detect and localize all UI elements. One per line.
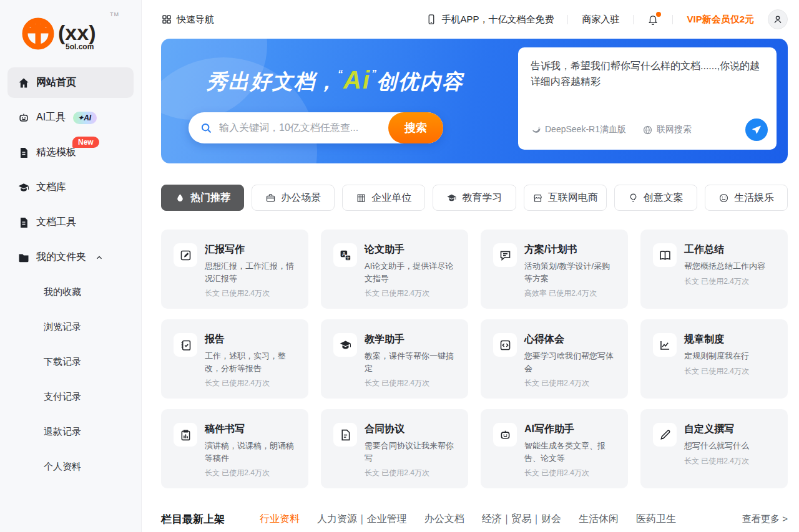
card-title: 汇报写作 (205, 243, 298, 256)
divider (633, 15, 634, 24)
category-link-人力资源｜企业管理[interactable]: 人力资源｜企业管理 (317, 513, 407, 526)
tab-教育学习[interactable]: 教育学习 (433, 185, 516, 211)
card-title: 方案/计划书 (524, 243, 618, 256)
sidebar-item-AI工具[interactable]: AI工具✦AI (7, 102, 134, 133)
sidebar-item-精选模板[interactable]: 精选模板New (7, 137, 134, 168)
card-description: 思想汇报，工作汇报，情况汇报等 (205, 260, 298, 284)
sidebar-item-网站首页[interactable]: 网站首页 (7, 67, 134, 98)
web-search-toggle[interactable]: 联网搜索 (642, 124, 692, 135)
view-more-link[interactable]: 查看更多 > (742, 513, 788, 525)
card-body: 合同协议需要合同协议让我来帮你写长文 已使用2.4万次 (365, 423, 458, 478)
model-selector[interactable]: DeepSeek-R1满血版 (531, 124, 626, 135)
phone-icon (426, 14, 437, 25)
card-title: AI写作助手 (524, 423, 618, 436)
sidebar-subitem-退款记录[interactable]: 退款记录 (7, 417, 134, 447)
user-icon (772, 14, 783, 25)
banner-title-pre: 秀出好文档， (207, 70, 338, 93)
divider (672, 15, 673, 24)
ai-prompt-input[interactable]: 告诉我，希望我们帮你写什么样的文档......,你说的越详细内容越精彩 (531, 59, 764, 90)
tab-label: 热门推荐 (190, 191, 230, 205)
category-link-生活休闲[interactable]: 生活休闲 (579, 513, 619, 526)
tool-card-心得体会[interactable]: 心得体会您要学习啥我们帮您写体会长文 已使用2.4万次 (481, 319, 628, 399)
sidebar-subitem-下载记录[interactable]: 下载记录 (7, 347, 134, 377)
tab-创意文案[interactable]: 创意文案 (614, 185, 697, 211)
ai-badge: ✦AI (73, 112, 97, 124)
card-usage-meta: 长文 已使用2.4万次 (684, 366, 749, 377)
category-link-办公文档[interactable]: 办公文档 (424, 513, 464, 526)
card-usage-meta: 高效率 已使用2.4万次 (524, 288, 618, 299)
tool-card-自定义撰写[interactable]: 自定义撰写想写什么就写什么长文 已使用2.4万次 (640, 409, 788, 488)
tool-card-论文助手[interactable]: A文论文助手AI论文助手，提供详尽论文指导长文 已使用2.4万次 (321, 230, 468, 309)
card-title: 工作总结 (684, 243, 765, 256)
app-promo-link[interactable]: 手机APP，十亿文档全免费 (426, 14, 554, 26)
folder-icon (17, 251, 30, 264)
send-button[interactable] (745, 118, 768, 141)
building-icon (356, 193, 366, 203)
note-check-icon (174, 333, 197, 357)
card-body: 报告工作，述职，实习，整改，分析等报告长文 已使用2.4万次 (205, 333, 298, 389)
tab-热门推荐[interactable]: 热门推荐 (161, 185, 244, 211)
app-window: (xx) 5ol.com TM 网站首页AI工具✦AI精选模板New文档库文档工… (0, 0, 799, 532)
vip-link[interactable]: VIP新会员仅2元 (687, 14, 754, 26)
card-body: 方案/计划书活动策划/教学设计/采购等方案高效率 已使用2.4万次 (524, 243, 618, 299)
sidebar-subitem-个人资料[interactable]: 个人资料 (7, 452, 134, 482)
tool-card-规章制度[interactable]: 规章制度定规则制度我在行长文 已使用2.4万次 (640, 319, 788, 399)
card-body: 规章制度定规则制度我在行长文 已使用2.4万次 (684, 333, 749, 389)
tab-企业单位[interactable]: 企业单位 (342, 185, 425, 211)
tool-card-合同协议[interactable]: 合同协议需要合同协议让我来帮你写长文 已使用2.4万次 (321, 409, 468, 488)
smile-icon (718, 193, 729, 203)
card-body: 自定义撰写想写什么就写什么长文 已使用2.4万次 (684, 423, 749, 478)
tab-办公场景[interactable]: 办公场景 (252, 185, 335, 211)
tool-card-报告[interactable]: 报告工作，述职，实习，整改，分析等报告长文 已使用2.4万次 (161, 319, 308, 399)
tab-互联网电商[interactable]: 互联网电商 (524, 185, 607, 211)
user-avatar-button[interactable] (768, 9, 788, 29)
card-description: 工作，述职，实习，整改，分析等报告 (205, 350, 298, 374)
tool-card-AI写作助手[interactable]: AI写作助手智能生成各类文章、报告、论文等长文 已使用2.4万次 (481, 409, 628, 488)
category-link-行业资料[interactable]: 行业资料 (260, 513, 300, 526)
tool-card-稿件书写[interactable]: 稿件书写演讲稿，说课稿，朗诵稿等稿件长文 已使用2.4万次 (161, 409, 308, 488)
search-button[interactable]: 搜索 (388, 112, 443, 143)
card-description: 智能生成各类文章、报告、论文等 (524, 440, 618, 464)
sidebar-item-文档工具[interactable]: 文档工具 (7, 207, 134, 238)
sidebar-subitem-支付记录[interactable]: 支付记录 (7, 382, 134, 412)
hero-banner: 秀出好文档，“Ai”创优内容 搜索 告诉我，希望我们帮你写什么样的文档.....… (161, 39, 788, 163)
category-links: 行业资料人力资源｜企业管理办公文档经济｜贸易｜财会生活休闲医药卫生 (260, 513, 676, 526)
card-usage-meta: 长文 已使用2.4万次 (205, 288, 298, 299)
tool-card-汇报写作[interactable]: 汇报写作思想汇报，工作汇报，情况汇报等长文 已使用2.4万次 (161, 230, 308, 309)
briefcase-icon (265, 193, 276, 203)
category-link-经济｜贸易｜财会[interactable]: 经济｜贸易｜财会 (482, 513, 561, 526)
sidebar-subitem-浏览记录[interactable]: 浏览记录 (7, 312, 134, 342)
card-description: 教案，课件等帮你一键搞定 (365, 350, 458, 374)
card-usage-meta: 长文 已使用2.4万次 (684, 276, 765, 287)
tool-card-教学助手[interactable]: 教学助手教案，课件等帮你一键搞定长文 已使用2.4万次 (321, 319, 468, 399)
topbar: 快速导航 手机APP，十亿文档全免费 商家入驻 VIP新会员仅2元 (161, 0, 788, 39)
edit-square-icon (174, 243, 197, 267)
model-label: DeepSeek-R1满血版 (545, 124, 626, 135)
banner-search-input[interactable] (219, 122, 388, 133)
tool-card-工作总结[interactable]: 工作总结帮您概括总结工作内容长文 已使用2.4万次 (640, 230, 788, 309)
category-link-医药卫生[interactable]: 医药卫生 (636, 513, 676, 526)
file-lines-icon (333, 423, 357, 447)
app-promo-label: 手机APP，十亿文档全免费 (441, 14, 554, 26)
globe-icon (642, 125, 653, 135)
card-body: 心得体会您要学习啥我们帮您写体会长文 已使用2.4万次 (524, 333, 618, 389)
sidebar-item-label: 文档库 (36, 181, 66, 194)
card-usage-meta: 长文 已使用2.4万次 (205, 378, 298, 389)
card-title: 论文助手 (365, 243, 458, 256)
bulb-icon (628, 193, 639, 203)
sidebar-nav: 网站首页AI工具✦AI精选模板New文档库文档工具我的文件夹我的收藏浏览记录下载… (0, 67, 141, 482)
quick-nav-label: 快速导航 (177, 14, 214, 26)
merchant-link[interactable]: 商家入驻 (582, 14, 619, 26)
tab-label: 互联网电商 (548, 191, 598, 205)
sidebar-subitem-我的收藏[interactable]: 我的收藏 (7, 277, 134, 307)
sidebar-item-文档库[interactable]: 文档库 (7, 172, 134, 203)
tab-生活娱乐[interactable]: 生活娱乐 (705, 185, 788, 211)
sidebar-item-我的文件夹[interactable]: 我的文件夹 (7, 242, 134, 273)
notifications-button[interactable] (647, 14, 659, 25)
tab-label: 创意文案 (644, 191, 684, 205)
sidebar: (xx) 5ol.com TM 网站首页AI工具✦AI精选模板New文档库文档工… (0, 0, 142, 532)
tool-card-方案/计划书[interactable]: 方案/计划书活动策划/教学设计/采购等方案高效率 已使用2.4万次 (481, 230, 628, 309)
quick-nav-button[interactable]: 快速导航 (161, 14, 214, 26)
site-logo[interactable]: (xx) 5ol.com TM (21, 14, 120, 56)
sidebar-item-label: 精选模板 (36, 146, 76, 159)
